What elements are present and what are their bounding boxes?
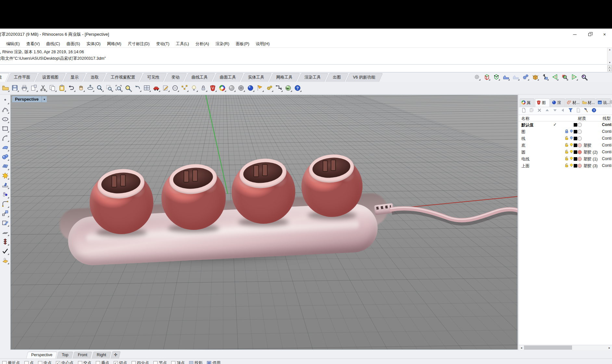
mesh-tool-button[interactable] [1, 162, 9, 170]
lock-icon[interactable] [565, 150, 569, 155]
column-header[interactable]: 名称 [521, 116, 529, 121]
gears-blue-icon[interactable] [521, 73, 529, 81]
fillet-tool-button[interactable] [1, 200, 9, 208]
scroll-left-icon[interactable]: ◂ [519, 345, 524, 350]
panel-tab-渲[interactable]: 渲 [550, 98, 565, 107]
flag-button[interactable] [256, 84, 264, 92]
lamp-sphere[interactable] [90, 170, 153, 234]
folder-open-button[interactable] [1, 84, 10, 92]
layer-tool-doc-copy[interactable] [529, 107, 534, 114]
layer-name[interactable]: 图 [521, 129, 526, 135]
render-globe-button[interactable] [284, 84, 292, 92]
menu-item-H[interactable]: 说明(H) [252, 41, 273, 47]
paste-button[interactable] [58, 84, 66, 92]
material-name[interactable]: 塑胶 (2) [583, 150, 602, 155]
bulb-icon[interactable] [569, 157, 573, 161]
osnap-un[interactable]: 交点 [78, 360, 92, 364]
menu-item-P[interactable]: 面板(P) [233, 41, 253, 47]
material-color-circle[interactable] [578, 150, 582, 154]
history-scrollbar[interactable]: ▴▾ [607, 48, 612, 64]
point-tool-button[interactable] [1, 96, 9, 105]
tri-right-icon[interactable] [570, 73, 578, 81]
toolbar-tab[interactable]: 渲染工具 [299, 73, 326, 82]
gears-button[interactable] [265, 84, 274, 92]
panel-tab-属[interactable]: 属 [520, 98, 534, 107]
layer-tool-tri-up-s[interactable] [544, 107, 550, 114]
color-wheel-button[interactable] [218, 84, 226, 92]
lamp-sphere[interactable] [232, 160, 295, 224]
scroll-up-icon[interactable]: ▴ [609, 48, 610, 51]
panel-tab-材[interactable]: 材... [566, 98, 580, 107]
surface-tool-button[interactable] [1, 143, 9, 152]
layer-tool-funnel[interactable] [568, 107, 573, 114]
check-big-tool-button[interactable] [1, 247, 9, 255]
viewport-title-label[interactable]: Perspective [12, 96, 42, 102]
cube-green-icon[interactable] [492, 73, 500, 81]
ramp-faded-icon[interactable] [512, 73, 520, 81]
toolbar-tab[interactable]: 出图 [327, 73, 347, 82]
bulb-icon[interactable] [569, 136, 573, 141]
menu-item-V[interactable]: 查看(V) [23, 41, 43, 47]
toolbar-tab[interactable]: 设置视图 [37, 73, 64, 82]
osnap-checkbox[interactable] [132, 361, 136, 364]
sphere-wire-button[interactable] [237, 84, 245, 92]
osnap-fill[interactable]: 投影 [189, 360, 203, 364]
osnap-checkbox[interactable] [207, 361, 211, 364]
layer-linetype[interactable]: Continuous [602, 163, 612, 168]
spinner-down-icon[interactable]: ▾ [607, 69, 612, 71]
layer-row[interactable]: 电线塑胶 (1)Continuous [519, 156, 612, 162]
print-button[interactable] [20, 84, 29, 92]
curve-tool-button[interactable] [1, 106, 9, 114]
car-button[interactable] [152, 84, 160, 92]
make2d-button[interactable] [161, 84, 170, 92]
layer-tool-x-gray[interactable] [537, 107, 542, 114]
gear-gray-icon[interactable] [473, 73, 481, 81]
shield-button[interactable] [209, 84, 217, 92]
material-name[interactable]: 塑胶 [583, 143, 602, 148]
layer-name[interactable]: 电线 [521, 157, 529, 162]
column-header[interactable]: 材质 [578, 116, 586, 121]
export-button[interactable] [30, 84, 38, 92]
layer-row[interactable]: 线Continuous [519, 135, 612, 142]
osnap-un[interactable]: 四分点 [132, 360, 149, 364]
menu-item-D[interactable]: 尺寸标注(D) [124, 41, 153, 47]
layer-row[interactable]: 默认值✓Continuous [519, 121, 612, 128]
orbit-button[interactable] [86, 84, 95, 92]
viewport-tab-front[interactable]: Front [73, 352, 91, 358]
sphere-blue-button[interactable] [246, 84, 255, 92]
layer-tool-tri-left-s[interactable] [560, 107, 566, 114]
toolbar-tab[interactable]: V6 的新功能 [348, 73, 381, 82]
bulb-icon[interactable] [569, 129, 573, 134]
osnap-un[interactable]: 垂点 [96, 360, 109, 364]
layer-tool-doc-plain[interactable] [576, 107, 581, 114]
column-header[interactable]: 线型 [603, 116, 611, 121]
layer-color-swatch[interactable] [574, 123, 577, 127]
toolbar-tab[interactable]: 网格工具 [271, 73, 298, 82]
view-undo-button[interactable] [133, 84, 142, 92]
lock-icon[interactable] [565, 157, 569, 162]
menu-item-S[interactable]: 曲面(S) [63, 41, 83, 47]
osnap-chk[interactable]: ✓中心点 [56, 360, 74, 364]
menu-item-L[interactable]: 工具(L) [172, 41, 192, 47]
osnap-checkbox[interactable] [78, 361, 82, 364]
osnap-checkbox[interactable] [96, 361, 100, 364]
osnap-checkbox[interactable]: ✓ [56, 361, 60, 364]
dots3-tool-button[interactable] [1, 190, 9, 199]
material-name[interactable]: 塑胶 (3) [583, 163, 602, 169]
scale2-tool-button[interactable] [1, 209, 9, 218]
lock-button[interactable] [199, 84, 208, 92]
layer-color-swatch[interactable] [574, 144, 577, 147]
layer-name[interactable]: 底 [521, 143, 526, 148]
menu-item-R[interactable]: 渲染(R) [212, 41, 232, 47]
cube-red-icon[interactable] [482, 73, 491, 81]
scroll-down-icon[interactable]: ▾ [609, 61, 610, 64]
ramp-blue-icon[interactable] [502, 73, 510, 81]
bulb-icon[interactable] [569, 150, 573, 155]
extrude-tool-button[interactable] [1, 181, 9, 189]
ellipse-tool-button[interactable] [1, 115, 9, 123]
undo-button[interactable] [67, 84, 76, 92]
osnap-checkbox[interactable] [38, 361, 42, 364]
lock-icon[interactable] [565, 143, 569, 148]
osnap-un[interactable]: 中点 [38, 360, 52, 364]
bulb-icon[interactable] [569, 163, 573, 168]
